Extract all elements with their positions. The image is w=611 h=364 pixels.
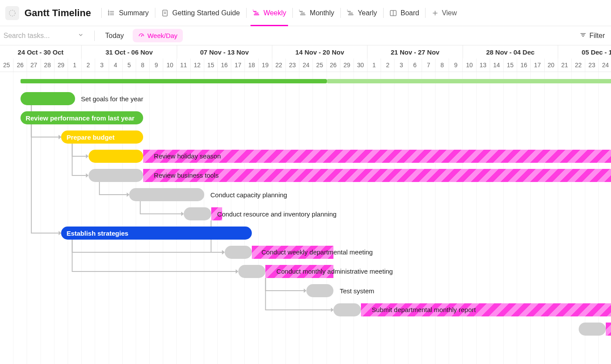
zoom-label: Week/Day <box>148 32 178 39</box>
day-header-cell: 2 <box>82 58 95 72</box>
gauge-icon <box>138 31 145 40</box>
day-header-cell: 21 <box>558 58 572 72</box>
tab-monthly[interactable]: Monthly <box>292 0 340 26</box>
week-header-cell: 31 Oct - 06 Nov <box>82 45 177 58</box>
task-label: Review business tools <box>154 172 219 179</box>
svg-point-6 <box>109 14 110 15</box>
day-header-cell: 7 <box>422 58 436 72</box>
tab-label: Monthly <box>310 9 334 17</box>
day-header-cell: 13 <box>477 58 490 72</box>
task-label: Review performance from last year <box>21 114 134 122</box>
day-header-cell: 3 <box>395 58 408 72</box>
tab-weekly[interactable]: Weekly <box>246 0 292 26</box>
day-header-cell: 29 <box>55 58 68 72</box>
day-header-cell: 1 <box>68 58 82 72</box>
week-header-cell: 28 Nov - 04 Dec <box>463 45 558 58</box>
day-header-cell: 10 <box>163 58 177 72</box>
task-progress-stripe[interactable] <box>606 323 611 336</box>
tabs: Summary Getting Started Guide Weekly Mon… <box>101 0 463 26</box>
filter-button[interactable]: Filter <box>573 31 611 40</box>
task-bar[interactable] <box>238 265 265 278</box>
app-icon <box>5 6 19 20</box>
search-input[interactable]: Search tasks... <box>0 32 87 40</box>
task-label: Review holiday season <box>154 152 221 160</box>
day-header-cell: 25 <box>313 58 326 72</box>
day-header-cell: 22 <box>272 58 286 72</box>
day-header-cell: 30 <box>354 58 367 72</box>
task-bar[interactable]: Test system <box>306 284 333 297</box>
summary-bar[interactable] <box>21 79 327 83</box>
svg-point-5 <box>109 13 110 14</box>
task-label: Conduct capacity planning <box>210 191 287 199</box>
day-header-cell: 3 <box>95 58 109 72</box>
summary-bar[interactable] <box>327 79 611 83</box>
gantt-pin-icon <box>252 9 260 17</box>
task-label: Establish strategies <box>61 230 128 237</box>
gantt-chart[interactable]: Set goals for the yearReview performance… <box>0 72 611 364</box>
task-bar[interactable]: Review performance from last year <box>21 111 143 124</box>
day-header-cell: 26 <box>327 58 340 72</box>
add-view-button[interactable]: View <box>425 0 463 26</box>
day-header-cell: 15 <box>204 58 218 72</box>
svg-point-0 <box>9 10 15 16</box>
gantt-pin-icon <box>347 9 354 17</box>
tab-label: Summary <box>119 9 148 17</box>
day-header-cell: 15 <box>504 58 517 72</box>
day-header-cell: 4 <box>109 58 123 72</box>
task-bar[interactable] <box>579 323 606 336</box>
timeline-header: 24 Oct - 30 Oct31 Oct - 06 Nov07 Nov - 1… <box>0 45 611 72</box>
list-pin-icon <box>107 9 115 17</box>
board-icon <box>389 9 397 17</box>
gantt-pin-icon <box>299 9 306 17</box>
task-bar[interactable]: Establish strategies <box>61 227 252 240</box>
task-bar[interactable] <box>89 169 143 182</box>
header: Gantt Timeline Summary Getting Started G… <box>0 0 611 26</box>
day-header-cell: 24 <box>299 58 313 72</box>
week-header-cell: 14 Nov - 20 Nov <box>272 45 367 58</box>
day-header-cell: 8 <box>136 58 150 72</box>
task-bar[interactable] <box>225 246 252 259</box>
task-bar[interactable]: Conduct resource and inventory planning <box>184 207 211 220</box>
task-label: Test system <box>340 287 374 295</box>
day-header-cell: 10 <box>463 58 476 72</box>
task-bar[interactable]: Prepare budget <box>61 130 143 144</box>
task-bar[interactable]: Set goals for the year <box>21 92 75 105</box>
day-header-cell: 23 <box>286 58 299 72</box>
week-header-cell: 07 Nov - 13 Nov <box>177 45 272 58</box>
day-header-cell: 14 <box>490 58 504 72</box>
toolbar: Search tasks... Today Week/Day Filter <box>0 26 611 45</box>
task-bar[interactable] <box>333 303 360 316</box>
day-header-cell: 18 <box>245 58 258 72</box>
day-header-cell: 6 <box>408 58 422 72</box>
today-button[interactable]: Today <box>102 30 127 41</box>
tab-summary[interactable]: Summary <box>101 0 154 26</box>
tab-yearly[interactable]: Yearly <box>340 0 383 26</box>
view-label: View <box>442 9 457 17</box>
day-header-cell: 11 <box>177 58 190 72</box>
filter-icon <box>580 31 587 40</box>
page-title: Gantt Timeline <box>24 7 91 19</box>
tab-guide[interactable]: Getting Started Guide <box>155 0 246 26</box>
task-bar[interactable] <box>89 150 143 163</box>
day-header-cell: 20 <box>545 58 558 72</box>
task-label: Set goals for the year <box>81 95 144 103</box>
week-header-cell: 05 Dec - 11 Dec <box>558 45 611 58</box>
zoom-level-selector[interactable]: Week/Day <box>133 29 183 42</box>
task-label: Submit departmental monthly report <box>372 306 476 313</box>
document-pin-icon <box>161 9 169 17</box>
week-header-cell: 24 Oct - 30 Oct <box>0 45 82 58</box>
tab-label: Getting Started Guide <box>172 9 240 17</box>
day-header-cell: 5 <box>123 58 136 72</box>
task-bar[interactable]: Conduct capacity planning <box>129 188 204 201</box>
day-header-cell: 9 <box>150 58 163 72</box>
task-bars: Set goals for the yearReview performance… <box>0 72 611 364</box>
chevron-down-icon <box>78 32 84 40</box>
tab-board[interactable]: Board <box>383 0 426 26</box>
tab-label: Board <box>401 9 419 17</box>
plus-icon <box>431 9 439 17</box>
tab-label: Weekly <box>264 9 286 17</box>
task-label: Prepare budget <box>61 134 114 141</box>
svg-line-24 <box>141 35 143 36</box>
day-header-cell: 27 <box>27 58 41 72</box>
day-header-cell: 8 <box>436 58 449 72</box>
